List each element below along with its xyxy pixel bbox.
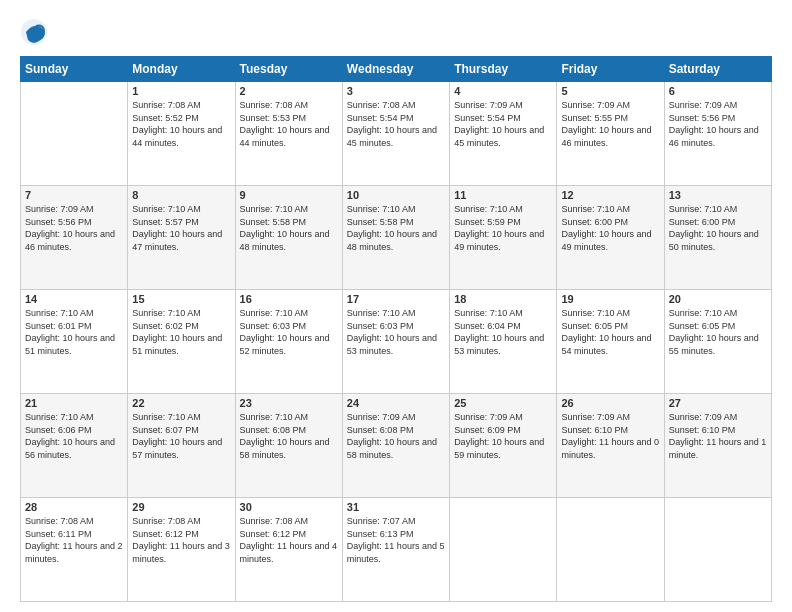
day-number: 4 xyxy=(454,85,552,97)
day-info: Sunrise: 7:10 AM Sunset: 6:01 PM Dayligh… xyxy=(25,307,123,357)
day-info: Sunrise: 7:10 AM Sunset: 5:57 PM Dayligh… xyxy=(132,203,230,253)
day-number: 6 xyxy=(669,85,767,97)
day-number: 23 xyxy=(240,397,338,409)
day-number: 31 xyxy=(347,501,445,513)
day-cell: 6Sunrise: 7:09 AM Sunset: 5:56 PM Daylig… xyxy=(664,82,771,186)
day-cell: 13Sunrise: 7:10 AM Sunset: 6:00 PM Dayli… xyxy=(664,186,771,290)
day-number: 3 xyxy=(347,85,445,97)
day-number: 20 xyxy=(669,293,767,305)
day-number: 29 xyxy=(132,501,230,513)
day-cell: 25Sunrise: 7:09 AM Sunset: 6:09 PM Dayli… xyxy=(450,394,557,498)
day-cell: 8Sunrise: 7:10 AM Sunset: 5:57 PM Daylig… xyxy=(128,186,235,290)
day-cell: 3Sunrise: 7:08 AM Sunset: 5:54 PM Daylig… xyxy=(342,82,449,186)
day-info: Sunrise: 7:10 AM Sunset: 6:00 PM Dayligh… xyxy=(561,203,659,253)
day-cell: 14Sunrise: 7:10 AM Sunset: 6:01 PM Dayli… xyxy=(21,290,128,394)
day-info: Sunrise: 7:10 AM Sunset: 6:05 PM Dayligh… xyxy=(561,307,659,357)
day-info: Sunrise: 7:08 AM Sunset: 5:53 PM Dayligh… xyxy=(240,99,338,149)
day-cell xyxy=(664,498,771,602)
day-info: Sunrise: 7:08 AM Sunset: 6:12 PM Dayligh… xyxy=(240,515,338,565)
day-number: 18 xyxy=(454,293,552,305)
day-info: Sunrise: 7:07 AM Sunset: 6:13 PM Dayligh… xyxy=(347,515,445,565)
day-info: Sunrise: 7:09 AM Sunset: 5:55 PM Dayligh… xyxy=(561,99,659,149)
day-cell: 21Sunrise: 7:10 AM Sunset: 6:06 PM Dayli… xyxy=(21,394,128,498)
day-info: Sunrise: 7:09 AM Sunset: 6:10 PM Dayligh… xyxy=(561,411,659,461)
week-row-1: 7Sunrise: 7:09 AM Sunset: 5:56 PM Daylig… xyxy=(21,186,772,290)
day-info: Sunrise: 7:10 AM Sunset: 5:58 PM Dayligh… xyxy=(347,203,445,253)
header-row: SundayMondayTuesdayWednesdayThursdayFrid… xyxy=(21,57,772,82)
week-row-0: 1Sunrise: 7:08 AM Sunset: 5:52 PM Daylig… xyxy=(21,82,772,186)
day-header-thursday: Thursday xyxy=(450,57,557,82)
day-info: Sunrise: 7:08 AM Sunset: 5:54 PM Dayligh… xyxy=(347,99,445,149)
day-info: Sunrise: 7:09 AM Sunset: 5:54 PM Dayligh… xyxy=(454,99,552,149)
day-cell xyxy=(557,498,664,602)
day-cell: 29Sunrise: 7:08 AM Sunset: 6:12 PM Dayli… xyxy=(128,498,235,602)
day-cell: 18Sunrise: 7:10 AM Sunset: 6:04 PM Dayli… xyxy=(450,290,557,394)
day-number: 10 xyxy=(347,189,445,201)
page: SundayMondayTuesdayWednesdayThursdayFrid… xyxy=(0,0,792,612)
day-cell xyxy=(450,498,557,602)
day-info: Sunrise: 7:10 AM Sunset: 6:02 PM Dayligh… xyxy=(132,307,230,357)
day-cell: 5Sunrise: 7:09 AM Sunset: 5:55 PM Daylig… xyxy=(557,82,664,186)
day-cell: 16Sunrise: 7:10 AM Sunset: 6:03 PM Dayli… xyxy=(235,290,342,394)
day-number: 5 xyxy=(561,85,659,97)
day-cell: 20Sunrise: 7:10 AM Sunset: 6:05 PM Dayli… xyxy=(664,290,771,394)
day-number: 27 xyxy=(669,397,767,409)
day-number: 19 xyxy=(561,293,659,305)
day-cell: 28Sunrise: 7:08 AM Sunset: 6:11 PM Dayli… xyxy=(21,498,128,602)
day-info: Sunrise: 7:10 AM Sunset: 5:59 PM Dayligh… xyxy=(454,203,552,253)
day-cell: 19Sunrise: 7:10 AM Sunset: 6:05 PM Dayli… xyxy=(557,290,664,394)
day-number: 26 xyxy=(561,397,659,409)
day-cell: 30Sunrise: 7:08 AM Sunset: 6:12 PM Dayli… xyxy=(235,498,342,602)
logo-text xyxy=(20,18,50,46)
day-number: 24 xyxy=(347,397,445,409)
day-cell: 1Sunrise: 7:08 AM Sunset: 5:52 PM Daylig… xyxy=(128,82,235,186)
day-cell: 15Sunrise: 7:10 AM Sunset: 6:02 PM Dayli… xyxy=(128,290,235,394)
day-info: Sunrise: 7:10 AM Sunset: 5:58 PM Dayligh… xyxy=(240,203,338,253)
day-header-monday: Monday xyxy=(128,57,235,82)
calendar-table: SundayMondayTuesdayWednesdayThursdayFrid… xyxy=(20,56,772,602)
day-info: Sunrise: 7:10 AM Sunset: 6:06 PM Dayligh… xyxy=(25,411,123,461)
day-info: Sunrise: 7:10 AM Sunset: 6:03 PM Dayligh… xyxy=(240,307,338,357)
day-number: 25 xyxy=(454,397,552,409)
day-cell: 9Sunrise: 7:10 AM Sunset: 5:58 PM Daylig… xyxy=(235,186,342,290)
day-header-sunday: Sunday xyxy=(21,57,128,82)
day-number: 13 xyxy=(669,189,767,201)
day-info: Sunrise: 7:10 AM Sunset: 6:04 PM Dayligh… xyxy=(454,307,552,357)
week-row-3: 21Sunrise: 7:10 AM Sunset: 6:06 PM Dayli… xyxy=(21,394,772,498)
day-number: 22 xyxy=(132,397,230,409)
day-info: Sunrise: 7:10 AM Sunset: 6:00 PM Dayligh… xyxy=(669,203,767,253)
day-number: 16 xyxy=(240,293,338,305)
day-number: 8 xyxy=(132,189,230,201)
day-number: 1 xyxy=(132,85,230,97)
day-cell: 4Sunrise: 7:09 AM Sunset: 5:54 PM Daylig… xyxy=(450,82,557,186)
day-number: 9 xyxy=(240,189,338,201)
day-number: 15 xyxy=(132,293,230,305)
day-cell: 31Sunrise: 7:07 AM Sunset: 6:13 PM Dayli… xyxy=(342,498,449,602)
day-header-saturday: Saturday xyxy=(664,57,771,82)
day-info: Sunrise: 7:10 AM Sunset: 6:05 PM Dayligh… xyxy=(669,307,767,357)
day-cell: 11Sunrise: 7:10 AM Sunset: 5:59 PM Dayli… xyxy=(450,186,557,290)
week-row-2: 14Sunrise: 7:10 AM Sunset: 6:01 PM Dayli… xyxy=(21,290,772,394)
day-number: 12 xyxy=(561,189,659,201)
day-number: 30 xyxy=(240,501,338,513)
day-cell: 26Sunrise: 7:09 AM Sunset: 6:10 PM Dayli… xyxy=(557,394,664,498)
day-number: 28 xyxy=(25,501,123,513)
day-cell: 10Sunrise: 7:10 AM Sunset: 5:58 PM Dayli… xyxy=(342,186,449,290)
day-number: 17 xyxy=(347,293,445,305)
day-info: Sunrise: 7:09 AM Sunset: 5:56 PM Dayligh… xyxy=(669,99,767,149)
day-info: Sunrise: 7:08 AM Sunset: 6:11 PM Dayligh… xyxy=(25,515,123,565)
logo-icon xyxy=(20,18,48,46)
day-cell: 7Sunrise: 7:09 AM Sunset: 5:56 PM Daylig… xyxy=(21,186,128,290)
day-number: 11 xyxy=(454,189,552,201)
week-row-4: 28Sunrise: 7:08 AM Sunset: 6:11 PM Dayli… xyxy=(21,498,772,602)
day-number: 21 xyxy=(25,397,123,409)
day-info: Sunrise: 7:08 AM Sunset: 6:12 PM Dayligh… xyxy=(132,515,230,565)
day-cell: 22Sunrise: 7:10 AM Sunset: 6:07 PM Dayli… xyxy=(128,394,235,498)
day-cell: 2Sunrise: 7:08 AM Sunset: 5:53 PM Daylig… xyxy=(235,82,342,186)
day-header-friday: Friday xyxy=(557,57,664,82)
day-header-wednesday: Wednesday xyxy=(342,57,449,82)
day-cell: 24Sunrise: 7:09 AM Sunset: 6:08 PM Dayli… xyxy=(342,394,449,498)
day-info: Sunrise: 7:08 AM Sunset: 5:52 PM Dayligh… xyxy=(132,99,230,149)
day-info: Sunrise: 7:10 AM Sunset: 6:03 PM Dayligh… xyxy=(347,307,445,357)
day-info: Sunrise: 7:09 AM Sunset: 6:08 PM Dayligh… xyxy=(347,411,445,461)
